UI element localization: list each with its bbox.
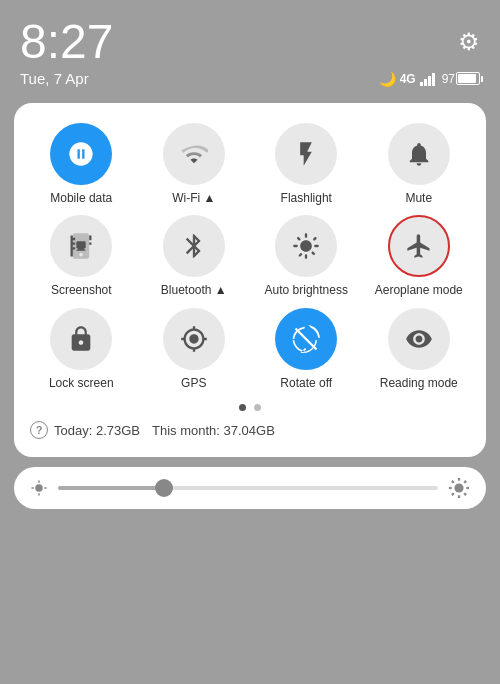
battery-icon: 97	[442, 72, 480, 86]
settings-icon[interactable]: ⚙	[458, 28, 480, 56]
status-icons: 🌙 4G 97	[379, 71, 480, 87]
dot-1	[239, 404, 246, 411]
tile-circle-auto-brightness[interactable]: A	[275, 215, 337, 277]
time-display: 8:27	[20, 18, 113, 66]
signal-icon	[420, 72, 438, 86]
brightness-high-icon	[448, 477, 470, 499]
brightness-fill	[58, 486, 164, 490]
brightness-thumb[interactable]	[155, 479, 173, 497]
tile-label-mobile-data: Mobile data	[50, 191, 112, 205]
svg-rect-2	[428, 76, 431, 86]
tile-label-auto-brightness: Auto brightness	[265, 283, 348, 297]
tile-label-bluetooth: Bluetooth ▲	[161, 283, 227, 297]
svg-line-18	[464, 493, 466, 495]
tile-label-flashlight: Flashlight	[281, 191, 332, 205]
brightness-low-icon	[30, 479, 48, 497]
tile-circle-screenshot[interactable]	[50, 215, 112, 277]
page-dots	[28, 404, 472, 411]
tile-label-reading-mode: Reading mode	[380, 376, 458, 390]
month-data: This month: 37.04GB	[152, 423, 275, 438]
tile-wifi[interactable]: Wi-Fi ▲	[141, 123, 248, 205]
tile-label-screenshot: Screenshot	[51, 283, 112, 297]
moon-icon: 🌙	[379, 71, 396, 87]
tile-screenshot[interactable]: Screenshot	[28, 215, 135, 297]
status-bar: 8:27 ⚙ Tue, 7 Apr 🌙 4G 97	[0, 0, 500, 93]
tile-circle-bluetooth[interactable]	[163, 215, 225, 277]
svg-text:A: A	[302, 242, 309, 252]
tile-rotate-off[interactable]: Rotate off	[253, 308, 360, 390]
svg-rect-3	[432, 73, 435, 86]
svg-line-17	[452, 481, 454, 483]
svg-point-7	[35, 484, 43, 492]
tile-circle-mute[interactable]	[388, 123, 450, 185]
status-bottom: Tue, 7 Apr 🌙 4G 97	[20, 70, 480, 87]
svg-rect-1	[424, 79, 427, 86]
svg-line-20	[452, 493, 454, 495]
tile-flashlight[interactable]: Flashlight	[253, 123, 360, 205]
today-data: Today: 2.73GB	[54, 423, 140, 438]
tile-mobile-data[interactable]: Mobile data	[28, 123, 135, 205]
svg-rect-0	[420, 82, 423, 86]
tile-reading-mode[interactable]: Reading mode	[366, 308, 473, 390]
tile-circle-gps[interactable]	[163, 308, 225, 370]
data-info: ? Today: 2.73GB This month: 37.04GB	[28, 417, 472, 443]
status-top: 8:27 ⚙	[20, 18, 480, 66]
dot-2	[254, 404, 261, 411]
tile-lock-screen[interactable]: Lock screen	[28, 308, 135, 390]
tile-gps[interactable]: GPS	[141, 308, 248, 390]
tile-circle-mobile-data[interactable]	[50, 123, 112, 185]
tile-label-wifi: Wi-Fi ▲	[172, 191, 215, 205]
help-icon[interactable]: ?	[30, 421, 48, 439]
tile-circle-lock-screen[interactable]	[50, 308, 112, 370]
network-type: 4G	[400, 72, 416, 86]
tile-bluetooth[interactable]: Bluetooth ▲	[141, 215, 248, 297]
quick-panel: Mobile data Wi-Fi ▲ Flashlight Mute Scre…	[14, 103, 486, 457]
date-display: Tue, 7 Apr	[20, 70, 89, 87]
tile-circle-rotate-off[interactable]	[275, 308, 337, 370]
svg-point-12	[454, 484, 463, 493]
tiles-grid: Mobile data Wi-Fi ▲ Flashlight Mute Scre…	[28, 123, 472, 390]
tile-circle-wifi[interactable]	[163, 123, 225, 185]
brightness-track[interactable]	[58, 486, 438, 490]
svg-line-19	[464, 481, 466, 483]
tile-mute[interactable]: Mute	[366, 123, 473, 205]
tile-circle-flashlight[interactable]	[275, 123, 337, 185]
tile-label-rotate-off: Rotate off	[280, 376, 332, 390]
tile-label-lock-screen: Lock screen	[49, 376, 114, 390]
tile-aeroplane-mode[interactable]: Aeroplane mode	[366, 215, 473, 297]
tile-label-gps: GPS	[181, 376, 206, 390]
brightness-bar[interactable]	[14, 467, 486, 509]
svg-line-6	[296, 328, 317, 349]
tile-label-aeroplane-mode: Aeroplane mode	[375, 283, 463, 297]
tile-circle-aeroplane-mode[interactable]	[388, 215, 450, 277]
tile-circle-reading-mode[interactable]	[388, 308, 450, 370]
tile-label-mute: Mute	[405, 191, 432, 205]
tile-auto-brightness[interactable]: A Auto brightness	[253, 215, 360, 297]
